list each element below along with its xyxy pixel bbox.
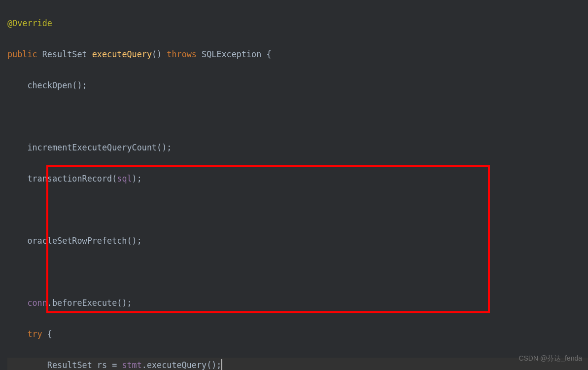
keyword-throws: throws bbox=[167, 49, 197, 59]
watermark: CSDN @芬达_fenda bbox=[519, 351, 582, 367]
code-line[interactable]: @Override bbox=[7, 16, 588, 32]
code-line[interactable] bbox=[7, 202, 588, 218]
code-line[interactable]: checkOpen(); bbox=[7, 78, 588, 94]
annotation-text: @Override bbox=[7, 18, 52, 28]
code-line[interactable]: conn.beforeExecute(); bbox=[7, 296, 588, 311]
method-name: executeQuery bbox=[92, 49, 152, 59]
code-line[interactable] bbox=[7, 109, 588, 125]
text-cursor bbox=[221, 359, 222, 370]
field-ref: sql bbox=[117, 174, 132, 184]
code-line[interactable]: try { bbox=[7, 327, 588, 342]
code-text: SQLException { bbox=[197, 49, 272, 59]
code-text: .beforeExecute(); bbox=[47, 298, 132, 308]
code-line[interactable]: transactionRecord(sql); bbox=[7, 171, 588, 187]
code-line[interactable]: oracleSetRowPrefetch(); bbox=[7, 233, 588, 249]
code-line[interactable] bbox=[7, 264, 588, 280]
keyword-public: public bbox=[7, 49, 37, 59]
code-text: transactionRecord( bbox=[7, 174, 117, 184]
code-text: ResultSet rs = bbox=[7, 360, 122, 370]
code-text: .executeQuery(); bbox=[142, 360, 222, 370]
code-text: { bbox=[42, 329, 52, 339]
field-ref: conn bbox=[7, 298, 47, 308]
code-text: oracleSetRowPrefetch(); bbox=[7, 236, 142, 246]
code-text: incrementExecuteQueryCount(); bbox=[7, 143, 172, 152]
code-line[interactable]: public ResultSet executeQuery() throws S… bbox=[7, 47, 588, 63]
field-ref: stmt bbox=[122, 360, 141, 370]
code-line[interactable]: incrementExecuteQueryCount(); bbox=[7, 140, 588, 156]
code-text: () bbox=[152, 49, 167, 59]
return-type: ResultSet bbox=[37, 49, 92, 59]
code-editor[interactable]: @Override public ResultSet executeQuery(… bbox=[0, 0, 588, 370]
code-line-active[interactable]: ResultSet rs = stmt.executeQuery(); bbox=[7, 358, 588, 370]
keyword-try: try bbox=[7, 329, 42, 339]
code-text: checkOpen(); bbox=[7, 80, 87, 90]
code-text: ); bbox=[132, 174, 142, 184]
